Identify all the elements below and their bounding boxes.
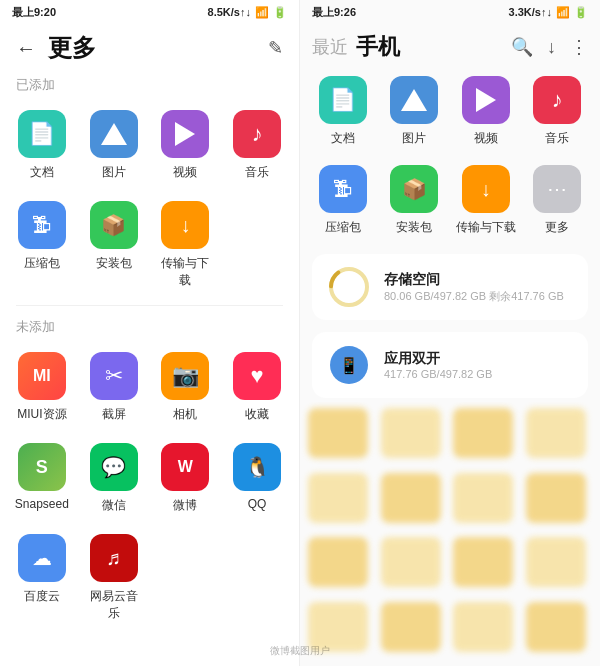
- right-transfer-label: 传输与下载: [456, 219, 516, 236]
- right-more-label: 更多: [545, 219, 569, 236]
- favorites-label: 收藏: [245, 406, 269, 423]
- right-photo-box: [390, 76, 438, 124]
- right-icon-transfer[interactable]: ↓ 传输与下载: [451, 157, 521, 244]
- right-video-label: 视频: [474, 130, 498, 147]
- right-music-label: 音乐: [545, 130, 569, 147]
- wechat-label: 微信: [102, 497, 126, 514]
- back-icon[interactable]: ←: [16, 37, 36, 60]
- icon-item-camera[interactable]: 📷 相机: [152, 344, 220, 431]
- right-status-right: 3.3K/s↑↓ 📶 🔋: [509, 6, 588, 19]
- folder-14: [381, 602, 441, 652]
- icon-item-zip[interactable]: 🗜 压缩包: [8, 193, 76, 297]
- storage-info: 存储空间 80.06 GB/497.82 GB 剩余417.76 GB: [384, 271, 564, 304]
- right-apk-label: 安装包: [396, 219, 432, 236]
- left-time: 最上9:20: [12, 5, 56, 20]
- right-icon-grid: 📄 文档 图片 视频 ♪ 音乐 🗜 压缩包: [300, 66, 600, 246]
- right-video-box: [462, 76, 510, 124]
- dual-app-card[interactable]: 📱 应用双开 417.76 GB/497.82 GB: [312, 332, 588, 398]
- folder-11: [453, 537, 513, 587]
- more-action-icon[interactable]: ⋮: [570, 36, 588, 58]
- icon-item-apk[interactable]: 📦 安装包: [80, 193, 148, 297]
- triangle-icon: [101, 123, 127, 145]
- storage-progress-ring: [328, 266, 370, 308]
- miui-label: MIUI资源: [17, 406, 66, 423]
- weibo-label: 微博: [173, 497, 197, 514]
- transfer-icon-box: ↓: [161, 201, 209, 249]
- right-icon-video[interactable]: 视频: [451, 68, 521, 155]
- right-actions: 🔍 ↓ ⋮: [511, 36, 588, 58]
- download-action-icon[interactable]: ↓: [547, 37, 556, 58]
- icon-item-miui[interactable]: MI MIUI资源: [8, 344, 76, 431]
- icon-item-transfer[interactable]: ↓ 传输与下载: [152, 193, 220, 297]
- folder-12: [526, 537, 586, 587]
- icon-item-favorites[interactable]: ♥ 收藏: [223, 344, 291, 431]
- right-status-bar: 最上9:26 3.3K/s↑↓ 📶 🔋: [300, 0, 600, 24]
- right-time: 最上9:26: [312, 5, 356, 20]
- added-label: 已添加: [0, 68, 299, 98]
- storage-circle-container: [328, 266, 370, 308]
- right-icon-zip[interactable]: 🗜 压缩包: [308, 157, 378, 244]
- right-triangle-icon: [401, 89, 427, 111]
- added-icon-grid: 📄 文档 图片 视频 ♪ 音乐 🗜 压缩包: [0, 98, 299, 301]
- snapseed-icon-box: S: [18, 443, 66, 491]
- search-icon[interactable]: 🔍: [511, 36, 533, 58]
- folder-16: [526, 602, 586, 652]
- right-icon-doc[interactable]: 📄 文档: [308, 68, 378, 155]
- right-photo-label: 图片: [402, 130, 426, 147]
- right-title-area: 最近 手机: [312, 32, 400, 62]
- icon-item-music[interactable]: ♪ 音乐: [223, 102, 291, 189]
- icon-item-screenshot[interactable]: ✂ 截屏: [80, 344, 148, 431]
- icon-item-wechat[interactable]: 💬 微信: [80, 435, 148, 522]
- snapseed-label: Snapseed: [15, 497, 69, 511]
- right-icon-more[interactable]: ⋯ 更多: [523, 157, 593, 244]
- photo-label: 图片: [102, 164, 126, 181]
- dual-app-circle-container: 📱: [328, 344, 370, 386]
- right-doc-label: 文档: [331, 130, 355, 147]
- right-network: 3.3K/s↑↓: [509, 6, 552, 18]
- qq-label: QQ: [248, 497, 267, 511]
- icon-item-qq[interactable]: 🐧 QQ: [223, 435, 291, 522]
- transfer-label: 传输与下载: [156, 255, 216, 289]
- apk-icon: 📦: [101, 213, 126, 237]
- folder-5: [308, 473, 368, 523]
- folder-7: [453, 473, 513, 523]
- play-icon: [175, 122, 195, 146]
- dual-app-icon: 📱: [330, 346, 368, 384]
- qq-icon-box: 🐧: [233, 443, 281, 491]
- right-music-box: ♪: [533, 76, 581, 124]
- icon-item-video[interactable]: 视频: [152, 102, 220, 189]
- icon-item-photo[interactable]: 图片: [80, 102, 148, 189]
- camera-icon-box: 📷: [161, 352, 209, 400]
- right-play-icon: [476, 88, 496, 112]
- folder-4: [526, 408, 586, 458]
- apk-label: 安装包: [96, 255, 132, 272]
- baiduyun-label: 百度云: [24, 588, 60, 605]
- photo-icon-box: [90, 110, 138, 158]
- screenshot-label: 截屏: [102, 406, 126, 423]
- icon-item-weibo[interactable]: W 微博: [152, 435, 220, 522]
- right-header: 最近 手机 🔍 ↓ ⋮: [300, 24, 600, 66]
- video-icon-box: [161, 110, 209, 158]
- icon-item-doc[interactable]: 📄 文档: [8, 102, 76, 189]
- netease-label: 网易云音乐: [84, 588, 144, 622]
- folder-10: [381, 537, 441, 587]
- right-icon-music[interactable]: ♪ 音乐: [523, 68, 593, 155]
- right-icon-apk[interactable]: 📦 安装包: [380, 157, 450, 244]
- right-icon-photo[interactable]: 图片: [380, 68, 450, 155]
- dual-app-info: 应用双开 417.76 GB/497.82 GB: [384, 350, 492, 380]
- not-added-label: 未添加: [0, 310, 299, 340]
- right-battery-icon: 🔋: [574, 6, 588, 19]
- left-header: ← 更多 ✎: [0, 24, 299, 68]
- storage-card[interactable]: 存储空间 80.06 GB/497.82 GB 剩余417.76 GB: [312, 254, 588, 320]
- baiduyun-icon-box: ☁: [18, 534, 66, 582]
- edit-icon[interactable]: ✎: [268, 37, 283, 59]
- dual-app-title: 应用双开: [384, 350, 492, 368]
- folder-1: [308, 408, 368, 458]
- icon-item-snapseed[interactable]: S Snapseed: [8, 435, 76, 522]
- download-icon: ↓: [180, 214, 190, 237]
- icon-item-baiduyun[interactable]: ☁ 百度云: [8, 526, 76, 630]
- folder-3: [453, 408, 513, 458]
- weibo-icon-box: W: [161, 443, 209, 491]
- icon-item-netease[interactable]: ♬ 网易云音乐: [80, 526, 148, 630]
- music-label: 音乐: [245, 164, 269, 181]
